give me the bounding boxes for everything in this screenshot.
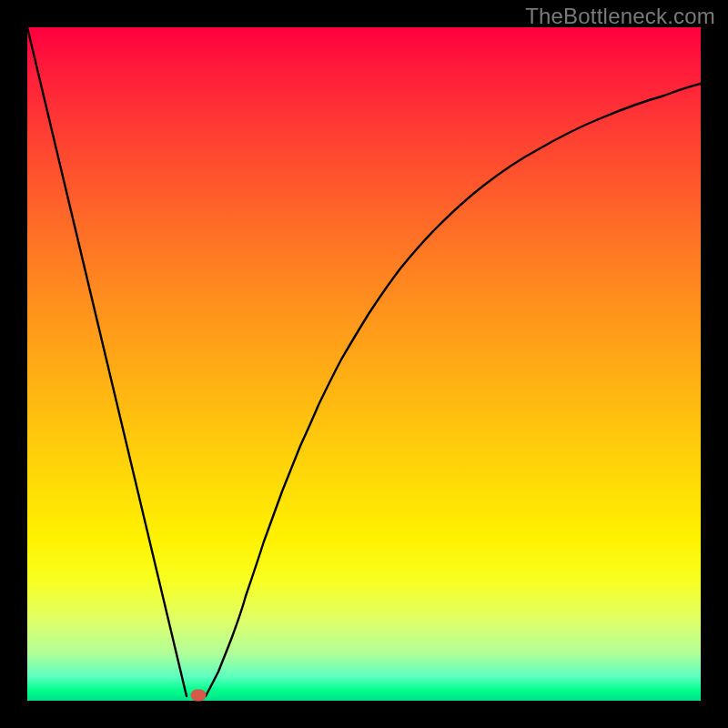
curve-right-ascent	[206, 84, 701, 696]
curve-left-descent	[27, 27, 187, 696]
optimal-point-marker	[191, 690, 207, 702]
watermark-label: TheBottleneck.com	[525, 4, 715, 29]
chart-stage: TheBottleneck.com	[0, 0, 728, 728]
plot-gradient-area	[27, 27, 701, 701]
bottleneck-curve	[27, 27, 701, 701]
